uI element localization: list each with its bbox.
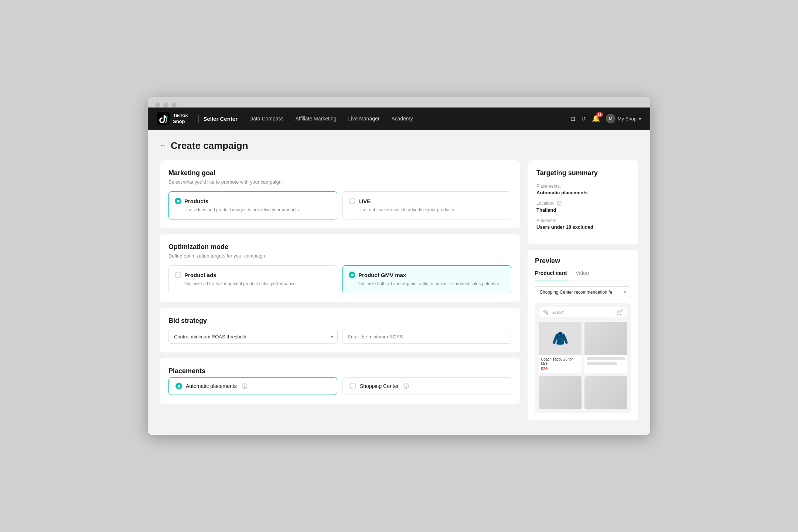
opt-gmv-max-circle: [349, 272, 355, 278]
marketing-goal-card: Marketing goal Select what you'd like to…: [160, 160, 520, 228]
targeting-audience-label: Audience:: [536, 218, 630, 223]
bid-roas-input[interactable]: [342, 330, 511, 344]
product-image-placeholder: [584, 322, 627, 355]
product-name-featured: Coach Tabby 26 for sale: [541, 357, 579, 365]
shop-chevron: ▾: [639, 116, 641, 122]
preview-tabs: Product card Video: [535, 270, 631, 280]
phone-search-icon: 🔍: [543, 310, 549, 315]
page-body: ← Create campaign Marketing goal Select …: [148, 130, 650, 435]
shop-avatar: M: [606, 114, 615, 123]
skeleton-line-1: [587, 357, 625, 360]
radio-live-text: LIVE: [358, 198, 371, 204]
radio-products-desc: Use videos and product images to adverti…: [175, 207, 331, 213]
radio-live-label: LIVE: [349, 198, 505, 204]
nav-pipe: |: [198, 114, 200, 123]
targeting-summary-card: Targeting summary Placements: Automatic …: [528, 160, 638, 244]
traffic-light-red[interactable]: [155, 102, 160, 108]
product-card-placeholder-3: [584, 376, 627, 409]
preview-tab-video[interactable]: Video: [576, 270, 589, 280]
marketing-goal-title: Marketing goal: [168, 169, 511, 177]
traffic-light-green[interactable]: [171, 102, 177, 108]
targeting-location-value: Thailand: [536, 207, 630, 213]
svg-rect-0: [157, 112, 170, 125]
preview-title: Preview: [535, 257, 631, 265]
bid-strategy-select-wrapper: Control minimum ROAS threshold Lowest co…: [168, 330, 338, 344]
tiktok-icon: [157, 112, 170, 125]
targeting-row-audience: Audience: Users under 18 excluded: [536, 218, 630, 230]
nav-shop-menu[interactable]: M My Shop ▾: [606, 114, 641, 123]
radio-live-desc: Use real-time streams to advertise your …: [349, 207, 505, 213]
preview-phone: 🔍 Search 🛒 🧥 Coach Tabby 26 for sale $28: [535, 303, 631, 413]
shop-name: My Shop: [618, 116, 637, 122]
bid-strategy-select[interactable]: Control minimum ROAS threshold Lowest co…: [168, 330, 338, 344]
nav-brand-tiktok: TikTok: [173, 113, 188, 119]
placement-shopping-circle: [349, 383, 356, 389]
placement-option-automatic[interactable]: Automatic placements ?: [168, 377, 337, 395]
nav-right: ⊡ ↺ 🔔 11 M My Shop ▾: [570, 114, 641, 123]
main-column: Marketing goal Select what you'd like to…: [160, 160, 520, 404]
product-card-placeholder: [584, 322, 627, 373]
nav-link-affiliate-marketing[interactable]: Affiliate Marketing: [296, 116, 337, 122]
page-title: Create campaign: [171, 140, 248, 151]
traffic-light-yellow[interactable]: [163, 102, 168, 108]
phone-cart-icon: 🛒: [617, 309, 623, 315]
browser-chrome: [148, 97, 650, 108]
opt-option-product-ads[interactable]: Product ads Optimize ad traffic for opti…: [168, 265, 337, 293]
preview-dropdown[interactable]: Shopping Center recommendation fe ▾: [535, 286, 631, 298]
radio-option-products[interactable]: Products Use videos and product images t…: [168, 191, 337, 219]
optimization-mode-title: Optimization mode: [168, 243, 511, 251]
tablet-icon-btn[interactable]: ⊡: [570, 115, 575, 122]
optimization-mode-card: Optimization mode Define optimization ta…: [160, 234, 520, 302]
radio-products-text: Products: [184, 198, 208, 204]
bid-strategy-card: Bid strategy Control minimum ROAS thresh…: [160, 308, 520, 352]
optimization-mode-subtitle: Define optimization targets for your cam…: [168, 253, 511, 259]
placements-title: Placements: [168, 367, 511, 375]
skeleton-line-2: [587, 362, 617, 365]
opt-gmv-max-label: Product GMV max: [349, 272, 505, 278]
notification-badge: 11: [596, 112, 603, 117]
preview-tab-product-card[interactable]: Product card: [535, 270, 567, 280]
placement-shopping-help-icon[interactable]: ?: [404, 383, 409, 389]
nav-logo: TikTok Shop: [157, 112, 188, 125]
side-column: Targeting summary Placements: Automatic …: [528, 160, 638, 420]
targeting-location-label: Location: ?: [536, 201, 630, 206]
phone-search-text: Search: [552, 310, 614, 314]
preview-dropdown-chevron: ▾: [624, 290, 626, 295]
page-header: ← Create campaign: [160, 140, 638, 151]
targeting-row-placements: Placements: Automatic placements: [536, 184, 630, 195]
placement-shopping-label: Shopping Center: [360, 383, 399, 389]
nav-link-data-compass[interactable]: Data Compass: [249, 116, 284, 122]
browser-window: TikTok Shop | Seller Center Data Compass…: [148, 97, 650, 435]
product-image-placeholder-2: [539, 376, 582, 409]
radio-products-label: Products: [175, 198, 331, 204]
opt-gmv-max-desc: Optimize both ad and organic traffic to …: [349, 280, 505, 287]
product-card-placeholder-2: [539, 376, 582, 409]
radio-option-live[interactable]: LIVE Use real-time streams to advertise …: [342, 191, 511, 219]
product-info-placeholder: [584, 355, 627, 369]
back-button[interactable]: ←: [160, 142, 166, 150]
placements-card: Placements Automatic placements ? Shoppi…: [160, 358, 520, 404]
targeting-summary-title: Targeting summary: [536, 169, 630, 177]
targeting-placements-label: Placements:: [536, 184, 630, 189]
marketing-goal-subtitle: Select what you'd like to promote with y…: [168, 179, 511, 185]
opt-product-ads-label: Product ads: [175, 272, 331, 278]
targeting-location-help-icon[interactable]: ?: [557, 201, 562, 206]
opt-product-ads-text: Product ads: [184, 272, 216, 278]
nav-brand-shop: Shop: [173, 119, 188, 125]
placement-automatic-circle: [175, 383, 182, 389]
preview-dropdown-label: Shopping Center recommendation fe: [540, 290, 612, 295]
nav-link-live-manager[interactable]: Live Manager: [348, 116, 380, 122]
opt-option-product-gmv-max[interactable]: Product GMV max Optimize both ad and org…: [342, 265, 511, 293]
placement-automatic-help-icon[interactable]: ?: [242, 383, 247, 389]
nav-link-academy[interactable]: Academy: [391, 116, 413, 122]
placements-options: Automatic placements ? Shopping Center ?: [168, 377, 511, 395]
optimization-mode-options: Product ads Optimize ad traffic for opti…: [168, 265, 511, 293]
targeting-audience-value: Users under 18 excluded: [536, 224, 630, 230]
placement-automatic-label: Automatic placements: [186, 383, 237, 389]
preview-card: Preview Product card Video Shopping Cent…: [528, 250, 638, 420]
refresh-icon-btn[interactable]: ↺: [581, 115, 586, 122]
placement-option-shopping-center[interactable]: Shopping Center ?: [342, 377, 511, 395]
notification-icon-btn[interactable]: 🔔 11: [592, 115, 600, 123]
marketing-goal-options: Products Use videos and product images t…: [168, 191, 511, 219]
product-image-featured: 🧥: [539, 322, 582, 355]
